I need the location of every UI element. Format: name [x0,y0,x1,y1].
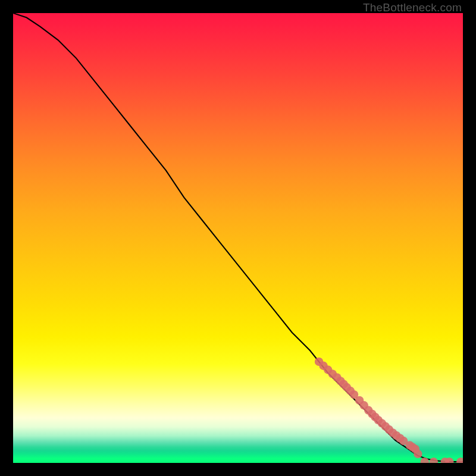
data-points [315,358,463,463]
data-point [421,458,429,463]
data-point [414,450,422,458]
data-point [456,458,463,463]
chart-frame: TheBottleneck.com [0,0,476,476]
main-curve [13,13,463,462]
attribution-text: TheBottleneck.com [363,1,462,14]
chart-svg [13,13,463,463]
plot-area [13,13,463,463]
data-point [430,458,438,463]
